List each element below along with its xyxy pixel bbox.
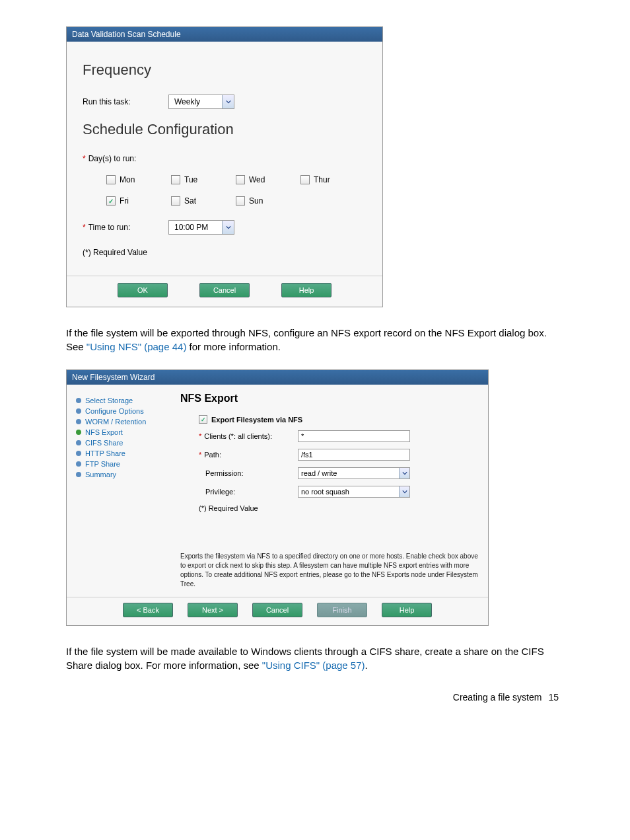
schedule-panel: Data Validation Scan Schedule Frequency … <box>66 26 383 307</box>
nav-configure-options[interactable]: Configure Options <box>76 406 168 416</box>
next-button[interactable]: Next > <box>188 603 238 617</box>
nav-select-storage[interactable]: Select Storage <box>76 395 168 406</box>
footer-page: 15 <box>548 692 559 703</box>
back-button[interactable]: < Back <box>123 603 173 617</box>
using-cifs-link[interactable]: "Using CIFS" (page 57) <box>262 660 365 671</box>
clients-input[interactable]: * <box>298 430 410 442</box>
chevron-down-icon <box>399 486 409 497</box>
schedule-button-bar: OK Cancel Help <box>67 276 382 307</box>
nfs-export-heading: NFS Export <box>180 393 479 404</box>
chevron-down-icon <box>222 221 234 234</box>
wizard-title: New Filesystem Wizard <box>67 370 488 385</box>
nav-ftp-share[interactable]: FTP Share <box>76 459 168 469</box>
permission-select[interactable]: read / write <box>298 467 410 479</box>
cancel-button[interactable]: Cancel <box>252 603 302 617</box>
wizard-help-text: Exports the filesystem via NFS to a spec… <box>180 552 479 589</box>
run-task-label: Run this task: <box>83 97 168 106</box>
help-button[interactable]: Help <box>281 283 332 297</box>
run-task-value: Weekly <box>169 97 222 106</box>
permission-label: Permission: <box>199 469 298 477</box>
export-via-nfs-checkbox[interactable]: ✓ Export Filesystem via NFS <box>199 415 479 424</box>
check-icon: ✓ <box>106 196 116 206</box>
paragraph-nfs: If the file system will be exported thro… <box>66 326 564 354</box>
day-tue[interactable]: Tue <box>171 175 230 184</box>
frequency-heading: Frequency <box>83 61 367 79</box>
ok-button[interactable]: OK <box>118 283 168 297</box>
using-nfs-link[interactable]: "Using NFS" (page 44) <box>87 341 187 352</box>
chevron-down-icon <box>399 468 409 478</box>
chevron-down-icon <box>222 95 234 108</box>
required-star: * <box>83 154 86 163</box>
day-thur[interactable]: Thur <box>300 175 360 184</box>
footer-label: Creating a file system <box>453 692 542 703</box>
check-icon: ✓ <box>199 415 207 424</box>
days-label: Day(s) to run: <box>88 154 137 163</box>
privilege-select[interactable]: no root squash <box>298 486 410 498</box>
clients-label: Clients (*: all clients): <box>204 432 272 440</box>
schedule-panel-title: Data Validation Scan Schedule <box>67 27 382 42</box>
path-label: Path: <box>204 451 221 459</box>
nav-nfs-export[interactable]: NFS Export <box>76 427 168 438</box>
required-star: * <box>83 223 86 232</box>
wizard-main: NFS Export ✓ Export Filesystem via NFS *… <box>180 393 479 597</box>
nav-summary[interactable]: Summary <box>76 469 168 480</box>
day-mon[interactable]: Mon <box>106 175 166 184</box>
day-sun[interactable]: Sun <box>236 196 295 206</box>
time-label: Time to run: <box>88 223 131 232</box>
time-value: 10:00 PM <box>169 223 222 232</box>
path-input[interactable]: /fs1 <box>298 449 410 461</box>
schedule-config-heading: Schedule Configuration <box>83 121 367 138</box>
page-footer: Creating a file system 15 <box>66 692 564 703</box>
day-wed[interactable]: Wed <box>236 175 295 184</box>
finish-button: Finish <box>317 603 367 617</box>
paragraph-cifs: If the file system will be made availabl… <box>66 644 564 672</box>
day-fri[interactable]: ✓Fri <box>106 196 166 206</box>
nav-worm-retention[interactable]: WORM / Retention <box>76 416 168 427</box>
help-button[interactable]: Help <box>382 603 432 617</box>
time-select[interactable]: 10:00 PM <box>168 220 234 235</box>
required-note: (*) Required Value <box>83 248 367 257</box>
run-task-select[interactable]: Weekly <box>168 95 234 109</box>
required-note: (*) Required Value <box>199 504 258 512</box>
wizard-button-bar: < Back Next > Cancel Finish Help <box>67 597 488 625</box>
privilege-label: Privilege: <box>199 488 298 496</box>
nav-cifs-share[interactable]: CIFS Share <box>76 438 168 448</box>
day-sat[interactable]: Sat <box>171 196 230 206</box>
wizard-panel: New Filesystem Wizard Select Storage Con… <box>66 369 489 626</box>
wizard-nav: Select Storage Configure Options WORM / … <box>76 393 168 597</box>
cancel-button[interactable]: Cancel <box>199 283 250 297</box>
nav-http-share[interactable]: HTTP Share <box>76 448 168 459</box>
days-grid: Mon Tue Wed Thur ✓Fri Sat Sun <box>106 175 367 206</box>
